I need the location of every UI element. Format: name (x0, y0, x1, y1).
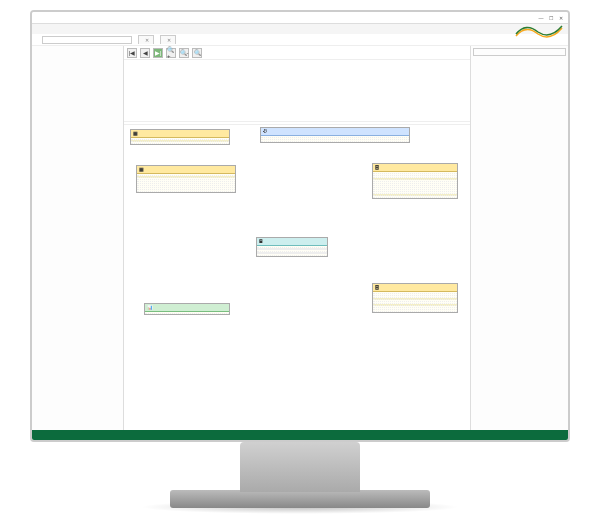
app-logo (514, 24, 564, 38)
timeline-chart[interactable] (124, 60, 470, 122)
maximize-button[interactable]: ☐ (547, 14, 555, 22)
step-first-button[interactable]: |◀ (127, 48, 137, 58)
node-datenbank-select[interactable]: 🗄 (372, 163, 458, 199)
node-opc-data-access-1[interactable]: ▦ (130, 129, 230, 145)
node-opc-data-access-2[interactable]: ▦ (136, 165, 236, 193)
node-header: 📊 (145, 304, 229, 312)
category-trigger (471, 61, 568, 64)
window-titlebar: — ☐ ✕ (32, 12, 568, 24)
play-button[interactable]: ▶| (153, 48, 163, 58)
node-header: 🖩 (257, 238, 327, 246)
menu-bar (32, 24, 568, 34)
secondary-toolbar: ✕ ✕ (32, 34, 568, 46)
node-header: ▦ (131, 130, 229, 138)
tab-transfer-machine-data[interactable]: ✕ (138, 35, 154, 44)
minimize-button[interactable]: — (537, 14, 545, 22)
node-header: ⏱ (261, 128, 409, 136)
timeline-toolbar: |◀ ◀ ▶| 🔍+ 🔍- 🔍 (124, 46, 470, 60)
zoom-reset-button[interactable]: 🔍 (192, 48, 202, 58)
close-button[interactable]: ✕ (557, 14, 565, 22)
close-tab-icon[interactable]: ✕ (145, 37, 149, 43)
node-header: 🗄 (373, 284, 457, 292)
node-variablen[interactable]: 📊 (144, 303, 230, 315)
node-taschenrechner[interactable]: 🖩 (256, 237, 328, 257)
flow-canvas[interactable]: ▦ ▦ (124, 125, 470, 430)
zoom-in-button[interactable]: 🔍+ (166, 48, 176, 58)
project-tree (32, 46, 124, 430)
step-back-button[interactable]: ◀ (140, 48, 150, 58)
node-datachange-trigger[interactable]: ⏱ (260, 127, 410, 143)
search-input[interactable] (473, 48, 566, 56)
status-bar (32, 430, 568, 440)
node-header: ▦ (137, 166, 235, 174)
transfer-objects-panel (470, 46, 568, 430)
status-select[interactable] (42, 36, 132, 44)
tab-1105[interactable]: ✕ (160, 35, 176, 44)
node-datenbank-update[interactable]: 🗄 (372, 283, 458, 313)
zoom-out-button[interactable]: 🔍- (179, 48, 189, 58)
close-tab-icon[interactable]: ✕ (167, 37, 171, 43)
node-header: 🗄 (373, 164, 457, 172)
